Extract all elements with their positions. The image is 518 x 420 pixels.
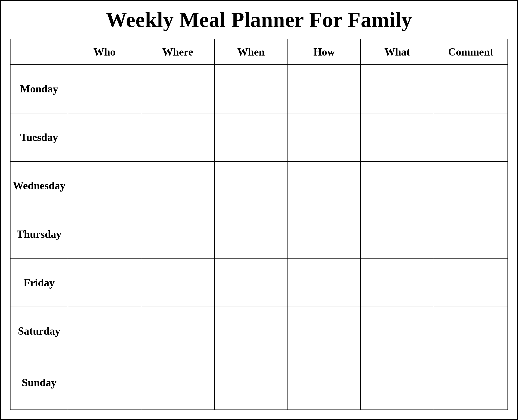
cell-wednesday-when[interactable] — [214, 161, 288, 210]
cell-sunday-comment[interactable] — [434, 355, 508, 410]
day-cell-tuesday: Tuesday — [10, 113, 68, 162]
cell-tuesday-comment[interactable] — [434, 113, 508, 162]
cell-thursday-what[interactable] — [361, 210, 434, 259]
cell-thursday-where[interactable] — [141, 210, 214, 259]
cell-wednesday-comment[interactable] — [434, 161, 508, 210]
day-cell-sunday: Sunday — [10, 355, 68, 410]
cell-monday-what[interactable] — [361, 65, 434, 113]
cell-friday-what[interactable] — [361, 258, 434, 307]
cell-tuesday-how[interactable] — [288, 113, 361, 162]
day-cell-saturday: Saturday — [10, 307, 68, 355]
cell-sunday-when[interactable] — [214, 355, 288, 410]
day-cell-friday: Friday — [10, 258, 68, 307]
cell-thursday-comment[interactable] — [434, 210, 508, 259]
day-cell-monday: Monday — [10, 65, 68, 113]
meal-table: Who Where When How What Comment MondayTu… — [10, 39, 508, 410]
cell-tuesday-what[interactable] — [361, 113, 434, 162]
cell-saturday-who[interactable] — [68, 307, 141, 355]
cell-tuesday-when[interactable] — [214, 113, 288, 162]
table-row: Wednesday — [10, 161, 508, 210]
cell-saturday-how[interactable] — [288, 307, 361, 355]
page-title: Weekly Meal Planner For Family — [106, 8, 412, 32]
day-cell-wednesday: Wednesday — [10, 161, 68, 210]
table-row: Friday — [10, 258, 508, 307]
header-row: Who Where When How What Comment — [10, 39, 508, 65]
table-row: Monday — [10, 65, 508, 113]
cell-sunday-what[interactable] — [361, 355, 434, 410]
cell-monday-where[interactable] — [141, 65, 214, 113]
cell-tuesday-who[interactable] — [68, 113, 141, 162]
cell-wednesday-what[interactable] — [361, 161, 434, 210]
cell-saturday-comment[interactable] — [434, 307, 508, 355]
col-header-how: How — [288, 39, 361, 65]
col-header-comment: Comment — [434, 39, 508, 65]
col-header-where: Where — [141, 39, 214, 65]
cell-monday-how[interactable] — [288, 65, 361, 113]
cell-saturday-where[interactable] — [141, 307, 214, 355]
day-cell-thursday: Thursday — [10, 210, 68, 259]
cell-sunday-how[interactable] — [288, 355, 361, 410]
page-container: Weekly Meal Planner For Family Who Where… — [0, 0, 518, 420]
table-row: Sunday — [10, 355, 508, 410]
table-row: Tuesday — [10, 113, 508, 162]
cell-tuesday-where[interactable] — [141, 113, 214, 162]
col-header-who: Who — [68, 39, 141, 65]
cell-monday-who[interactable] — [68, 65, 141, 113]
cell-friday-where[interactable] — [141, 258, 214, 307]
cell-wednesday-who[interactable] — [68, 161, 141, 210]
col-header-when: When — [214, 39, 288, 65]
cell-friday-when[interactable] — [214, 258, 288, 307]
cell-monday-when[interactable] — [214, 65, 288, 113]
cell-sunday-who[interactable] — [68, 355, 141, 410]
cell-sunday-where[interactable] — [141, 355, 214, 410]
cell-friday-how[interactable] — [288, 258, 361, 307]
cell-thursday-who[interactable] — [68, 210, 141, 259]
cell-friday-who[interactable] — [68, 258, 141, 307]
col-header-day — [10, 39, 68, 65]
table-row: Thursday — [10, 210, 508, 259]
cell-monday-comment[interactable] — [434, 65, 508, 113]
cell-wednesday-where[interactable] — [141, 161, 214, 210]
cell-saturday-when[interactable] — [214, 307, 288, 355]
col-header-what: What — [361, 39, 434, 65]
cell-friday-comment[interactable] — [434, 258, 508, 307]
cell-thursday-how[interactable] — [288, 210, 361, 259]
cell-wednesday-how[interactable] — [288, 161, 361, 210]
table-row: Saturday — [10, 307, 508, 355]
cell-saturday-what[interactable] — [361, 307, 434, 355]
cell-thursday-when[interactable] — [214, 210, 288, 259]
